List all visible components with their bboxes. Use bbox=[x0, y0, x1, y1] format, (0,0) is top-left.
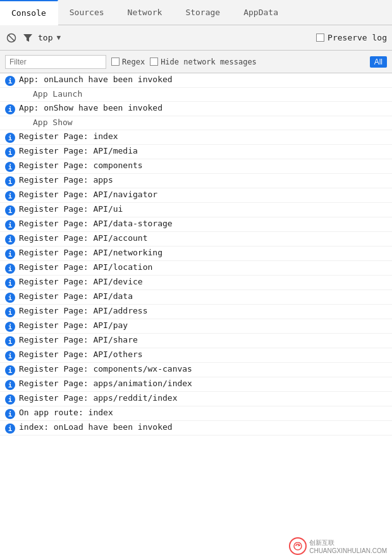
info-icon: i bbox=[5, 249, 15, 259]
log-entry: iRegister Page: API/ui bbox=[0, 203, 392, 217]
log-text: Register Page: API/address bbox=[19, 306, 387, 315]
log-text: Register Page: index bbox=[19, 131, 387, 141]
log-entry: iRegister Page: components bbox=[0, 159, 392, 174]
log-entry: iRegister Page: API/media bbox=[0, 145, 392, 159]
log-text: Register Page: components bbox=[19, 161, 387, 170]
log-entry: iRegister Page: API/address bbox=[0, 305, 392, 319]
info-icon: i bbox=[5, 336, 15, 346]
tab-appdata[interactable]: AppData bbox=[232, 0, 290, 25]
log-entry: iRegister Page: API/others bbox=[0, 348, 392, 363]
clear-console-icon[interactable] bbox=[5, 32, 18, 44]
log-text: Register Page: apps/reddit/index bbox=[19, 393, 387, 403]
info-icon: i bbox=[5, 394, 15, 405]
info-icon: i bbox=[5, 365, 15, 375]
info-icon: i bbox=[5, 191, 15, 201]
info-icon: i bbox=[5, 380, 15, 390]
log-entry: App Show bbox=[0, 116, 392, 130]
info-icon: i bbox=[5, 423, 15, 434]
context-dropdown-arrow[interactable]: ▼ bbox=[56, 33, 61, 42]
log-text: App: onLaunch have been invoked bbox=[19, 75, 387, 84]
log-text: App Show bbox=[33, 118, 387, 127]
log-text: Register Page: API/pay bbox=[19, 320, 387, 330]
info-icon: i bbox=[5, 278, 15, 288]
log-text: App Launch bbox=[33, 89, 387, 99]
log-entry: iRegister Page: apps/animation/index bbox=[0, 377, 392, 392]
regex-label: Regex bbox=[122, 58, 145, 66]
regex-option[interactable]: Regex bbox=[111, 58, 145, 66]
log-entry: iRegister Page: API/share bbox=[0, 334, 392, 348]
hide-network-label: Hide network messages bbox=[161, 58, 257, 66]
log-text: Register Page: API/account bbox=[19, 233, 387, 243]
log-text: On app route: index bbox=[19, 408, 387, 417]
log-text: Register Page: API/data-storage bbox=[19, 219, 387, 228]
filter-bar: Regex Hide network messages All bbox=[0, 51, 392, 73]
log-text: Register Page: API/data bbox=[19, 291, 387, 301]
hide-network-option[interactable]: Hide network messages bbox=[150, 58, 257, 66]
context-selector[interactable]: top bbox=[38, 33, 52, 42]
log-text: Register Page: API/others bbox=[19, 350, 387, 359]
tab-console[interactable]: Console bbox=[0, 0, 58, 25]
log-entry: iRegister Page: API/data bbox=[0, 290, 392, 305]
info-icon: i bbox=[5, 205, 15, 216]
preserve-log-label[interactable]: Preserve log bbox=[328, 33, 387, 42]
console-log-area[interactable]: iApp: onLaunch have been invokedApp Laun… bbox=[0, 73, 392, 560]
info-icon: i bbox=[5, 76, 15, 86]
info-icon: i bbox=[5, 162, 15, 172]
log-entry: iRegister Page: apps bbox=[0, 174, 392, 188]
info-icon: i bbox=[5, 293, 15, 303]
info-icon: i bbox=[5, 307, 15, 317]
log-entry: iRegister Page: API/networking bbox=[0, 247, 392, 261]
log-entry: iRegister Page: apps/reddit/index bbox=[0, 392, 392, 406]
info-icon: i bbox=[5, 264, 15, 274]
info-icon: i bbox=[5, 176, 15, 186]
log-entry: iRegister Page: API/data-storage bbox=[0, 217, 392, 232]
log-entry: iRegister Page: API/navigator bbox=[0, 188, 392, 203]
info-icon: i bbox=[5, 220, 15, 230]
log-entry: iRegister Page: API/pay bbox=[0, 319, 392, 334]
info-icon: i bbox=[5, 351, 15, 361]
hide-network-checkbox[interactable] bbox=[150, 58, 158, 66]
log-text: App: onShow have been invoked bbox=[19, 103, 387, 113]
tab-bar: Console Sources Network Storage AppData bbox=[0, 0, 392, 25]
svg-line-1 bbox=[8, 35, 15, 41]
preserve-log-area: Preserve log bbox=[316, 33, 387, 42]
all-filter-button[interactable]: All bbox=[370, 56, 387, 68]
toolbar: top ▼ Preserve log bbox=[0, 25, 392, 51]
log-text: Register Page: API/navigator bbox=[19, 190, 387, 199]
filter-icon[interactable] bbox=[21, 32, 34, 44]
log-entry: iRegister Page: API/device bbox=[0, 276, 392, 290]
log-entry: iOn app route: index bbox=[0, 406, 392, 421]
log-text: Register Page: API/share bbox=[19, 335, 387, 344]
log-text: Register Page: API/device bbox=[19, 277, 387, 286]
info-icon: i bbox=[5, 133, 15, 143]
log-text: Register Page: API/media bbox=[19, 146, 387, 155]
info-icon: i bbox=[5, 409, 15, 419]
svg-marker-2 bbox=[23, 34, 32, 42]
log-text: Register Page: apps bbox=[19, 175, 387, 185]
tab-storage[interactable]: Storage bbox=[174, 0, 232, 25]
devtools-container: Console Sources Network Storage AppData bbox=[0, 0, 392, 560]
context-value: top bbox=[38, 33, 52, 42]
log-entry: iRegister Page: components/wx-canvas bbox=[0, 363, 392, 377]
info-icon: i bbox=[5, 104, 15, 114]
log-entry: iRegister Page: index bbox=[0, 130, 392, 145]
log-entry: iApp: onLaunch have been invoked bbox=[0, 73, 392, 88]
log-entry: iRegister Page: API/location bbox=[0, 261, 392, 276]
info-icon: i bbox=[5, 147, 15, 157]
info-icon: i bbox=[5, 322, 15, 332]
filter-input[interactable] bbox=[5, 55, 106, 69]
log-text: Register Page: API/location bbox=[19, 262, 387, 272]
log-text: Register Page: API/ui bbox=[19, 204, 387, 214]
log-entry: iRegister Page: API/account bbox=[0, 232, 392, 247]
regex-checkbox[interactable] bbox=[111, 58, 119, 66]
preserve-log-checkbox[interactable] bbox=[316, 33, 324, 42]
log-entry: iApp: onShow have been invoked bbox=[0, 102, 392, 116]
log-text: Register Page: apps/animation/index bbox=[19, 379, 387, 388]
log-text: Register Page: components/wx-canvas bbox=[19, 364, 387, 374]
info-icon: i bbox=[5, 234, 15, 245]
log-entry: App Launch bbox=[0, 88, 392, 102]
tab-sources[interactable]: Sources bbox=[58, 0, 116, 25]
tab-network[interactable]: Network bbox=[116, 0, 175, 25]
log-text: index: onLoad have been invoked bbox=[19, 422, 387, 432]
log-text: Register Page: API/networking bbox=[19, 248, 387, 257]
